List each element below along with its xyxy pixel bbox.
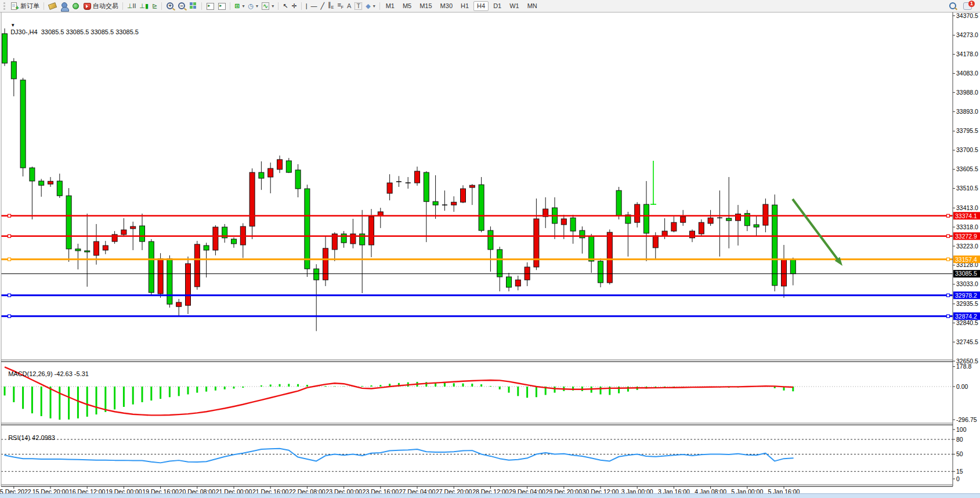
candle[interactable] bbox=[277, 160, 283, 169]
candle[interactable] bbox=[726, 218, 732, 221]
candle[interactable] bbox=[387, 183, 392, 193]
market-watch-button[interactable] bbox=[58, 1, 70, 11]
candle[interactable] bbox=[589, 236, 594, 261]
candle[interactable] bbox=[433, 201, 438, 205]
profile-charts-button[interactable] bbox=[204, 1, 216, 11]
candle[interactable] bbox=[295, 170, 301, 189]
tf-h4[interactable]: H4 bbox=[473, 1, 489, 11]
line-handle[interactable] bbox=[947, 214, 950, 217]
candle[interactable] bbox=[149, 241, 154, 293]
cursor-button[interactable]: ↖ bbox=[281, 1, 290, 11]
candle[interactable] bbox=[369, 216, 374, 245]
candle[interactable] bbox=[479, 185, 484, 230]
candle[interactable] bbox=[268, 168, 273, 177]
new-order-button[interactable]: + 新订单 bbox=[9, 1, 41, 11]
candle[interactable] bbox=[2, 34, 8, 63]
candle[interactable] bbox=[671, 222, 677, 231]
candle[interactable] bbox=[772, 205, 778, 286]
text-label-button[interactable]: T bbox=[353, 1, 364, 11]
auto-trading-button[interactable]: 自动交易 bbox=[81, 1, 120, 11]
candle[interactable] bbox=[176, 302, 182, 306]
line-handle[interactable] bbox=[8, 234, 11, 237]
candle[interactable] bbox=[561, 219, 566, 225]
line-handle[interactable] bbox=[947, 294, 950, 297]
line-handle[interactable] bbox=[947, 258, 950, 261]
candle[interactable] bbox=[259, 172, 264, 178]
channel-button[interactable]: ∥E bbox=[326, 1, 335, 11]
candle[interactable] bbox=[48, 181, 53, 184]
line-handle[interactable] bbox=[8, 258, 11, 261]
line-handle[interactable] bbox=[947, 234, 950, 237]
zoom-out-button[interactable]: − bbox=[176, 1, 187, 11]
candle[interactable] bbox=[305, 189, 310, 269]
candle[interactable] bbox=[681, 216, 686, 222]
candle[interactable] bbox=[424, 172, 429, 201]
candle[interactable] bbox=[140, 226, 145, 241]
candle[interactable] bbox=[497, 250, 502, 277]
candle[interactable] bbox=[507, 277, 512, 287]
candle[interactable] bbox=[488, 230, 493, 250]
chart-canvas[interactable]: 34370.534273.034178.034083.033988.033893… bbox=[0, 0, 980, 498]
tf-m5[interactable]: M5 bbox=[399, 1, 415, 11]
candle[interactable] bbox=[782, 259, 787, 286]
profile-next-button[interactable] bbox=[216, 1, 227, 11]
candle[interactable] bbox=[451, 202, 457, 205]
candle[interactable] bbox=[186, 264, 191, 305]
candle[interactable] bbox=[708, 218, 713, 223]
tile-windows-button[interactable] bbox=[187, 1, 199, 11]
candlestick-chart-button[interactable]: ⊥▮ bbox=[138, 1, 150, 11]
vertical-line-button[interactable]: | bbox=[304, 1, 309, 11]
candle[interactable] bbox=[213, 227, 218, 250]
search-button[interactable] bbox=[948, 1, 958, 11]
tf-m15[interactable]: M15 bbox=[416, 1, 435, 11]
rsi-panel[interactable] bbox=[1, 439, 953, 471]
signals-button[interactable] bbox=[70, 1, 81, 11]
tf-m1[interactable]: M1 bbox=[382, 1, 398, 11]
toolbar-grip[interactable] bbox=[3, 2, 7, 10]
period-button[interactable]: ◷▾ bbox=[246, 1, 260, 11]
candle[interactable] bbox=[699, 222, 704, 234]
line-handle[interactable] bbox=[8, 315, 11, 317]
candle[interactable] bbox=[763, 204, 768, 225]
candle[interactable] bbox=[469, 185, 475, 187]
candle[interactable] bbox=[635, 204, 640, 222]
macd-panel[interactable] bbox=[1, 367, 953, 420]
line-handle[interactable] bbox=[947, 315, 950, 317]
candle[interactable] bbox=[94, 241, 99, 255]
main-chart-group[interactable] bbox=[2, 28, 796, 331]
price-axis[interactable]: 34370.534273.034178.034083.033988.033893… bbox=[953, 12, 980, 482]
candle[interactable] bbox=[314, 269, 319, 280]
candle[interactable] bbox=[20, 80, 26, 168]
candle[interactable] bbox=[525, 267, 530, 280]
candle[interactable] bbox=[598, 261, 603, 283]
candle[interactable] bbox=[754, 225, 759, 227]
candle[interactable] bbox=[653, 236, 658, 248]
candle[interactable] bbox=[204, 246, 209, 250]
candle[interactable] bbox=[75, 249, 81, 251]
text-button[interactable]: A bbox=[345, 1, 353, 11]
shapes-button[interactable]: ◆▾ bbox=[364, 1, 377, 11]
fibonacci-button[interactable]: ≡F bbox=[335, 1, 345, 11]
line-chart-button[interactable]: ⊵ bbox=[150, 1, 159, 11]
crosshair-button[interactable]: ✛ bbox=[290, 1, 299, 11]
candle[interactable] bbox=[167, 259, 172, 304]
candle[interactable] bbox=[66, 196, 71, 249]
indicators-button[interactable]: ∿▾ bbox=[260, 1, 276, 11]
candle[interactable] bbox=[286, 161, 291, 172]
candle[interactable] bbox=[616, 190, 621, 216]
candle[interactable] bbox=[85, 251, 90, 252]
candle[interactable] bbox=[11, 62, 16, 79]
bar-chart-button[interactable]: ⊥ǀǀ bbox=[125, 1, 138, 11]
candle[interactable] bbox=[57, 181, 62, 196]
zoom-in-button[interactable]: + bbox=[164, 1, 176, 11]
candle[interactable] bbox=[158, 259, 163, 294]
styles-button[interactable] bbox=[46, 1, 58, 11]
candle[interactable] bbox=[249, 172, 255, 226]
horizontal-line-button[interactable]: — bbox=[309, 1, 319, 11]
tf-d1[interactable]: D1 bbox=[490, 1, 505, 11]
line-handle[interactable] bbox=[8, 214, 11, 217]
candle[interactable] bbox=[607, 232, 612, 283]
candle[interactable] bbox=[232, 239, 237, 244]
candle[interactable] bbox=[461, 189, 466, 202]
line-handle[interactable] bbox=[8, 294, 11, 297]
